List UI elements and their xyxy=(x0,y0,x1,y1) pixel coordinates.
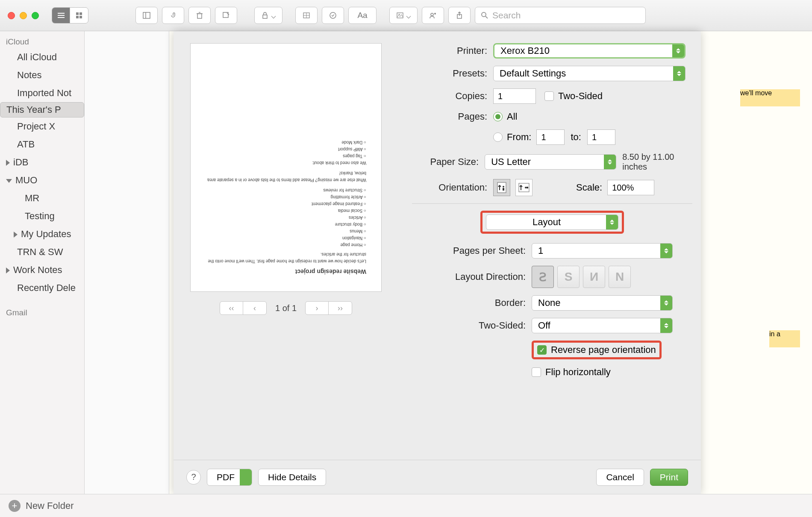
flip-checkbox[interactable] xyxy=(532,367,541,377)
orientation-landscape[interactable] xyxy=(515,179,533,196)
svg-rect-0 xyxy=(58,13,65,14)
pages-from-input[interactable] xyxy=(536,129,565,145)
print-dialog: Website redesign project Let's decide ho… xyxy=(174,31,701,494)
reverse-page-checkbox[interactable]: ✓ xyxy=(537,345,547,355)
two-sided-select[interactable]: Off xyxy=(532,318,673,333)
format-icon[interactable]: Aa xyxy=(348,7,377,24)
copies-label: Copies: xyxy=(412,91,493,102)
svg-rect-1 xyxy=(58,15,65,16)
sidebar-item-testing[interactable]: Testing xyxy=(0,207,84,225)
layout-direction-buttons[interactable]: ƧSИN xyxy=(532,266,631,288)
presets-select[interactable]: Default Settings xyxy=(493,66,685,81)
sidebar-item-muo[interactable]: MUO xyxy=(0,171,84,189)
media-icon[interactable]: ⌵ xyxy=(389,7,418,24)
svg-rect-34 xyxy=(527,187,528,188)
orientation-label: Orientation: xyxy=(412,182,493,193)
svg-rect-4 xyxy=(79,12,82,15)
compose-icon[interactable] xyxy=(215,7,237,24)
search-icon xyxy=(480,11,489,20)
sidebar-item-mr[interactable]: MR xyxy=(0,189,84,207)
svg-point-20 xyxy=(399,14,400,15)
search-input[interactable]: Search xyxy=(475,7,646,24)
sidebar-item-idb[interactable]: iDB xyxy=(0,153,84,171)
checklist-icon[interactable] xyxy=(322,7,344,24)
svg-point-25 xyxy=(482,12,486,17)
attachment-icon[interactable] xyxy=(162,7,184,24)
border-select[interactable]: None xyxy=(532,295,673,311)
toolbar: ⌵ Aa ⌵ Search xyxy=(0,0,812,31)
section-select-highlight: Layout xyxy=(480,211,624,234)
preview-next-buttons[interactable]: ››› xyxy=(305,301,352,315)
table-icon[interactable] xyxy=(295,7,318,24)
svg-rect-5 xyxy=(76,16,79,18)
preview-prev-buttons[interactable]: ‹‹‹ xyxy=(220,301,267,315)
pdf-button[interactable]: PDF xyxy=(207,469,252,486)
sidebar-item-notes[interactable]: Notes xyxy=(0,66,84,84)
svg-line-26 xyxy=(485,16,488,18)
printer-select[interactable]: Xerox B210 xyxy=(493,43,685,59)
printer-label: Printer: xyxy=(412,45,493,56)
pages-all-radio[interactable] xyxy=(493,112,503,121)
sidebar-item-atb[interactable]: ATB xyxy=(0,135,84,153)
sidebar-item-all-icloud[interactable]: All iCloud xyxy=(0,48,84,66)
note-highlight: in a xyxy=(769,330,800,347)
sidebar-item-this-years[interactable]: This Year's P xyxy=(0,102,84,118)
sidebar-item-recently-deleted[interactable]: Recently Dele xyxy=(0,279,84,297)
svg-rect-7 xyxy=(143,12,150,18)
footer: + New Folder xyxy=(0,494,812,517)
collaborate-icon[interactable] xyxy=(422,7,444,24)
hide-details-button[interactable]: Hide Details xyxy=(258,469,326,486)
scale-label: Scale: xyxy=(576,182,602,193)
sidebar-toggle-icon[interactable] xyxy=(135,7,158,24)
minimize-window[interactable] xyxy=(20,12,27,19)
cancel-button[interactable]: Cancel xyxy=(596,469,644,486)
svg-point-29 xyxy=(503,186,504,188)
reverse-highlight: ✓ Reverse page orientation xyxy=(532,341,662,359)
pages-from-radio[interactable] xyxy=(493,132,503,142)
trash-icon[interactable] xyxy=(188,7,211,24)
zoom-window[interactable] xyxy=(32,12,39,19)
layout-direction-label: Layout Direction: xyxy=(412,271,532,282)
sidebar-item-imported[interactable]: Imported Not xyxy=(0,84,84,102)
lock-icon[interactable]: ⌵ xyxy=(254,7,282,24)
sidebar-item-project-x[interactable]: Project X xyxy=(0,118,84,135)
svg-rect-6 xyxy=(79,16,82,18)
svg-rect-14 xyxy=(263,15,267,18)
close-window[interactable] xyxy=(8,12,15,19)
scale-input[interactable] xyxy=(607,180,654,195)
paper-size-select[interactable]: US Letter xyxy=(485,154,616,170)
print-preview: Website redesign project Let's decide ho… xyxy=(185,43,386,451)
window-traffic-lights xyxy=(8,12,39,19)
view-switcher[interactable] xyxy=(52,7,88,24)
paper-size-label: Paper Size: xyxy=(412,156,485,167)
border-label: Border: xyxy=(412,297,532,308)
new-folder-button[interactable]: New Folder xyxy=(26,500,74,511)
pages-to-input[interactable] xyxy=(587,129,615,145)
svg-rect-27 xyxy=(497,182,506,193)
sidebar-item-my-updates[interactable]: My Updates xyxy=(0,225,84,243)
sidebar-item-trn-sw[interactable]: TRN & SW xyxy=(0,243,84,261)
content-area: we'll move in a Website redesign project… xyxy=(85,31,812,494)
help-button[interactable]: ? xyxy=(186,470,201,485)
pages-per-sheet-select[interactable]: 1 xyxy=(532,243,673,258)
share-icon[interactable] xyxy=(448,7,471,24)
two-sided-checkbox[interactable] xyxy=(544,91,554,101)
svg-rect-3 xyxy=(76,12,79,15)
svg-point-22 xyxy=(434,13,436,15)
notes-list[interactable] xyxy=(85,31,169,494)
section-select[interactable]: Layout xyxy=(486,214,618,230)
paper-dimensions: 8.50 by 11.00 inches xyxy=(622,152,692,172)
sidebar-item-work-notes[interactable]: Work Notes xyxy=(0,261,84,279)
copies-input[interactable] xyxy=(493,88,536,104)
dialog-buttons: ? PDF Hide Details Cancel Print xyxy=(174,460,701,494)
grid-view-icon[interactable] xyxy=(70,8,88,23)
print-button[interactable]: Print xyxy=(650,469,688,486)
list-view-icon[interactable] xyxy=(52,8,70,23)
note-highlight: we'll move xyxy=(740,89,800,106)
svg-rect-30 xyxy=(503,188,504,191)
two-sided-label: Two-Sided xyxy=(558,91,603,102)
pages-label: Pages: xyxy=(412,111,493,122)
svg-point-21 xyxy=(431,13,433,16)
orientation-portrait[interactable] xyxy=(493,179,510,196)
plus-icon[interactable]: + xyxy=(9,500,21,512)
